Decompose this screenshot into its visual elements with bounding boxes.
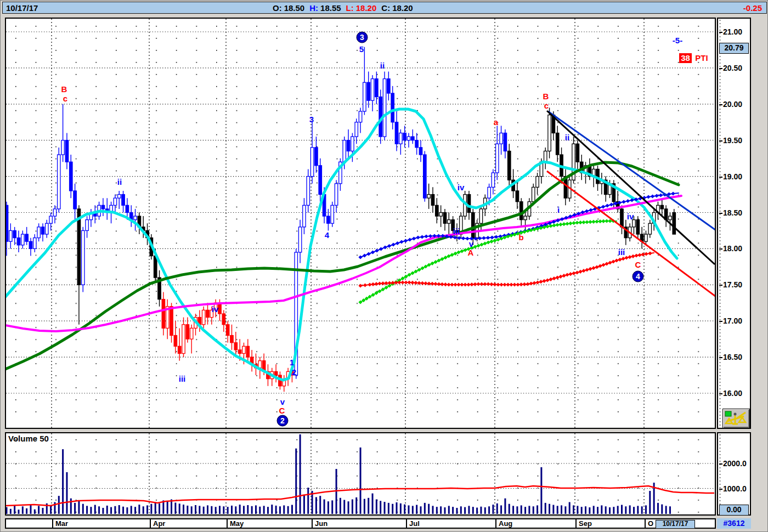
price-tick-label: 20.50 xyxy=(723,64,742,72)
wave-label-text: 2 xyxy=(292,367,296,377)
quote-field-label: L: xyxy=(346,3,354,13)
price-tick-label: 18.50 xyxy=(723,208,742,217)
wave-label-text: iv xyxy=(458,183,465,192)
volume-axis: 2000.01000.00.00 xyxy=(717,432,751,516)
price-tick-label: 17.50 xyxy=(723,280,742,289)
wave-label-text: 5 xyxy=(359,44,364,54)
charting-app-window: 10/17/17 O:18.50H:18.55L:18.20C:18.20 -0… xyxy=(0,0,768,532)
wave-label-text: iv xyxy=(627,212,634,221)
wave-label-text: B xyxy=(61,84,67,94)
wave-label-text: B xyxy=(543,92,549,101)
wave-label-text: c xyxy=(544,101,549,110)
quote-field: O:18.50 xyxy=(273,3,304,13)
price-tick-label: 19.00 xyxy=(723,172,742,181)
wave-label-text: iii xyxy=(618,247,625,257)
wave-label-text: ii xyxy=(117,177,122,186)
wave-label-text: a xyxy=(494,117,499,127)
month-label-mar: Mar xyxy=(52,519,68,528)
wave-label-text: c xyxy=(63,94,67,103)
month-label-may: May xyxy=(227,519,244,528)
wave-label-text: 4 xyxy=(325,230,330,240)
pti-label: PTI xyxy=(695,53,708,63)
price-axis: 21.0020.5020.0019.5019.0018.5018.0017.50… xyxy=(717,18,751,429)
wave-label-text: A xyxy=(468,248,474,257)
wave-label-text: 3 xyxy=(309,115,314,124)
wave-label-text: -5- xyxy=(673,36,682,45)
ticker-id-badge: #3612 xyxy=(717,518,751,529)
quote-field-value: 18.20 xyxy=(356,3,377,13)
wave-label-text: v xyxy=(280,397,285,406)
price-tick-label: 21.00 xyxy=(723,27,742,36)
price-tick-label: 16.50 xyxy=(723,353,742,361)
dot-grid xyxy=(6,22,715,423)
month-label-jul: Jul xyxy=(406,519,420,528)
price-tick-label: 20.00 xyxy=(723,100,742,109)
wave-label-text: iv xyxy=(212,304,219,314)
wave-label-text: v xyxy=(469,239,474,248)
month-label-apr: Apr xyxy=(150,519,165,528)
last-high-price-box: 20.79 xyxy=(719,43,749,54)
price-tick-label: 19.50 xyxy=(723,136,742,145)
wave-label-text: 2 xyxy=(280,416,285,425)
wave-label-text: ii xyxy=(565,133,569,142)
month-label-jun: Jun xyxy=(312,519,327,528)
quote-field: H:18.55 xyxy=(309,3,341,13)
pti-value: 38 xyxy=(681,53,690,63)
wave-label-text: 4 xyxy=(636,272,640,281)
wave-label-text: ii xyxy=(380,61,385,70)
price-chart-pane[interactable]: Bciiiiiiv12vC23435iiiiiivvAabBciiiiiiivC… xyxy=(5,18,716,429)
quote-bar: 10/17/17 O:18.50H:18.55L:18.20C:18.20 -0… xyxy=(2,2,767,14)
net-change: -0.25 xyxy=(743,3,762,13)
price-tick-label: 18.00 xyxy=(723,244,742,253)
ohlc-quote: O:18.50H:18.55L:18.20C:18.20 xyxy=(273,3,413,13)
cursor-date-box: 10/17/17 xyxy=(656,520,695,529)
wave-label-text: iii xyxy=(453,227,460,236)
wave-label-text: iii xyxy=(179,374,186,383)
price-tick-label: 16.00 xyxy=(723,389,742,398)
volume-tick-label: 2000.0 xyxy=(723,459,747,468)
quote-field-label: H: xyxy=(309,3,318,13)
volume-tick-label: 1000.0 xyxy=(723,484,747,493)
quote-field-value: 18.50 xyxy=(284,3,305,13)
wave-label-text: b xyxy=(518,233,523,242)
month-label-o: O xyxy=(645,519,653,528)
date-axis: 10/17/17 MarAprMayJunJulAugSepO xyxy=(5,518,716,529)
wave-label-text: C xyxy=(279,406,285,415)
volume-canvas[interactable] xyxy=(6,433,715,514)
volume-zero-box: 0.00 xyxy=(719,505,749,516)
volume-indicator-label: Volume 50 xyxy=(8,434,49,443)
price-tick-label: 17.00 xyxy=(723,316,742,325)
scales-tool-button[interactable] xyxy=(722,409,750,428)
month-label-aug: Aug xyxy=(495,519,512,528)
price-chart-canvas[interactable]: Bciiiiiiv12vC23435iiiiiivvAabBciiiiiiivC… xyxy=(6,19,715,428)
quote-field-value: 18.55 xyxy=(320,3,341,13)
month-label-sep: Sep xyxy=(575,519,592,528)
wave-label-text: 3 xyxy=(360,33,364,42)
quote-field-label: O: xyxy=(273,3,282,13)
quote-field-value: 18.20 xyxy=(392,3,413,13)
scales-icon xyxy=(723,409,748,427)
quote-field-label: C: xyxy=(381,3,390,13)
quote-field: C:18.20 xyxy=(381,3,413,13)
quote-date: 10/17/17 xyxy=(6,3,38,13)
wave-label-text: C xyxy=(635,260,641,269)
wave-label-text: 1 xyxy=(290,358,294,367)
quote-field: L:18.20 xyxy=(346,3,377,13)
wave-label-text: i xyxy=(557,205,560,214)
volume-pane[interactable]: Volume 50 xyxy=(5,432,716,516)
